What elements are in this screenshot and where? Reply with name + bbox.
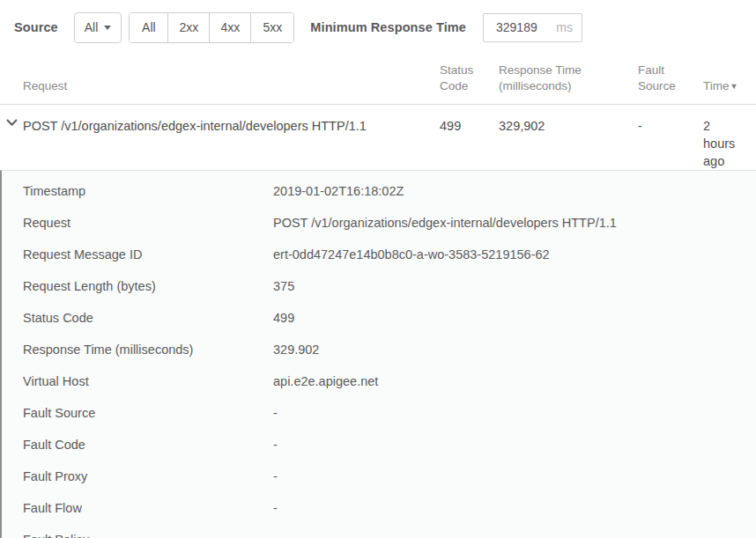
detail-row-response-time: Response Time (milliseconds) 329.902 [2,334,756,365]
header-fault-source: Fault Source [638,63,703,104]
sort-desc-icon: ▼ [730,82,738,91]
detail-label: Status Code [23,302,273,334]
detail-value: - [273,492,756,524]
source-filter-value: All [85,20,99,34]
detail-label: Fault Source [23,397,273,429]
detail-value: api.e2e.apigee.net [273,365,756,397]
status-filter-2xx[interactable]: 2xx [168,13,210,42]
header-time-label: Time [703,79,730,92]
detail-label: Fault Code [23,429,273,461]
row-response-time: 329,902 [499,105,638,135]
detail-row-timestamp: Timestamp 2019-01-02T16:18:02Z [2,175,756,207]
detail-row-fault-flow: Fault Flow - [2,492,756,524]
detail-row-virtual-host: Virtual Host api.e2e.apigee.net [2,365,756,397]
header-status-code: Status Code [440,63,499,104]
filter-toolbar: Source All All 2xx 4xx 5xx Minimum Respo… [0,0,756,55]
header-time-sortable[interactable]: Time▼ [703,78,756,104]
row-status-code: 499 [440,105,499,135]
detail-label: Virtual Host [23,365,273,397]
detail-row-request-length: Request Length (bytes) 375 [2,270,756,302]
row-fault-source: - [638,105,703,135]
detail-label: Fault Flow [23,492,273,524]
detail-row-fault-code: Fault Code - [2,429,756,461]
request-detail-panel: Timestamp 2019-01-02T16:18:02Z Request P… [0,170,756,538]
detail-value: 499 [273,302,756,334]
detail-row-request: Request POST /v1/organizations/edgex-int… [2,207,756,239]
detail-row-fault-source: Fault Source - [2,397,756,429]
chevron-down-icon [6,119,18,127]
detail-value: - [273,397,756,429]
status-filter-all[interactable]: All [130,13,168,42]
detail-value: 375 [273,270,756,302]
source-filter-dropdown[interactable]: All [74,12,122,43]
detail-row-status-code: Status Code 499 [2,302,756,334]
min-response-time-field-wrap: ms [483,13,582,42]
detail-label: Timestamp [23,175,273,207]
source-label: Source [14,20,58,34]
detail-label: Fault Policy [23,524,273,538]
detail-label: Request Message ID [23,239,273,270]
header-spacer [0,94,23,104]
detail-value: 2019-01-02T16:18:02Z [273,175,756,207]
status-filter-5xx[interactable]: 5xx [251,13,293,42]
detail-value: - [273,429,756,461]
header-response-time: Response Time (milliseconds) [499,63,638,104]
table-header-row: Request Status Code Response Time (milli… [0,55,756,105]
table-row[interactable]: POST /v1/organizations/edgex-internal/de… [0,105,756,170]
detail-label: Response Time (milliseconds) [23,334,273,365]
detail-row-fault-proxy: Fault Proxy - [2,461,756,492]
detail-value: - [273,524,756,538]
row-expand-toggle[interactable] [0,105,23,127]
detail-value: ert-0dd47247e14b0b8c0-a-wo-3583-5219156-… [273,239,756,270]
detail-label: Request Length (bytes) [23,270,273,302]
min-response-time-input[interactable] [484,20,544,34]
status-code-filter-group: All 2xx 4xx 5xx [129,12,294,43]
detail-value: - [273,461,756,492]
detail-value: POST /v1/organizations/edgex-internal/de… [273,207,756,239]
min-response-time-label: Minimum Response Time [310,20,466,34]
detail-row-request-message-id: Request Message ID ert-0dd47247e14b0b8c0… [2,239,756,270]
detail-row-fault-policy: Fault Policy - [2,524,756,538]
row-time: 2 hours ago [703,105,756,170]
row-request: POST /v1/organizations/edgex-internal/de… [23,105,440,135]
ms-unit-label: ms [556,20,573,34]
detail-label: Request [23,207,273,239]
chevron-down-icon [104,26,111,30]
detail-value: 329.902 [273,334,756,365]
status-filter-4xx[interactable]: 4xx [210,13,251,42]
detail-label: Fault Proxy [23,461,273,492]
header-request: Request [23,78,440,104]
